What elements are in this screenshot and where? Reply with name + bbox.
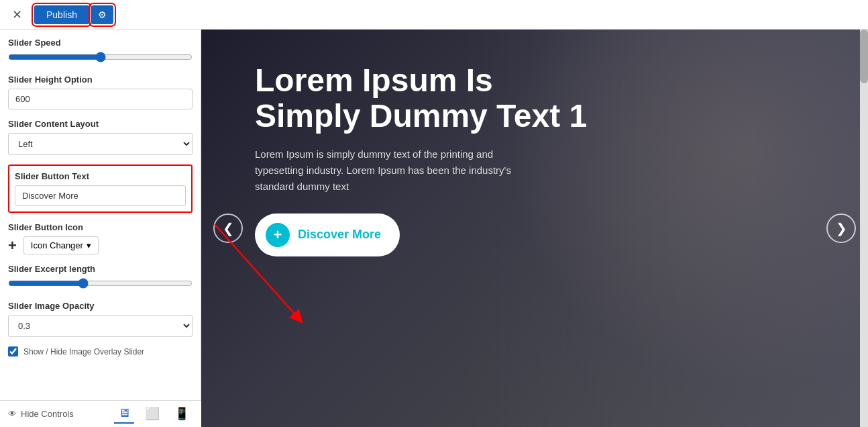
overlay-section: Show / Hide Image Overlay Slider xyxy=(8,346,193,357)
desktop-icon[interactable]: 🖥 xyxy=(114,404,134,424)
slider-excerpt-input[interactable] xyxy=(8,278,193,289)
slider-excerpt-label: Slider Excerpt length xyxy=(8,264,193,274)
slider-speed-section: Slider Speed xyxy=(8,38,193,65)
slider-image-opacity-select[interactable]: 0.1 0.2 0.3 0.4 0.5 xyxy=(8,315,193,337)
next-arrow-icon: ❯ xyxy=(836,220,847,236)
slider-button-text-label: Slider Button Text xyxy=(15,171,186,181)
slider-height-input[interactable] xyxy=(8,89,193,109)
slider-button-icon-section: Slider Button Icon + Icon Changer ▾ xyxy=(8,222,193,254)
overlay-label: Show / Hide Image Overlay Slider xyxy=(23,347,144,357)
icon-changer-button[interactable]: Icon Changer ▾ xyxy=(23,236,99,254)
slider-button-text-input[interactable] xyxy=(15,185,186,206)
preview-title: Lorem Ipsum Is Simply Dummy Text 1 xyxy=(255,63,604,134)
preview-scrollbar[interactable] xyxy=(860,30,868,427)
close-button[interactable]: ✕ xyxy=(7,5,28,25)
top-bar: ✕ Publish ⚙ xyxy=(0,0,868,30)
hide-controls-button[interactable]: 👁 Hide Controls xyxy=(8,409,74,419)
prev-arrow[interactable]: ❮ xyxy=(213,214,243,243)
overlay-checkbox[interactable] xyxy=(8,346,18,357)
slider-content-layout-label: Slider Content Layout xyxy=(8,119,193,129)
preview-description: Lorem Ipsum is simply dummy text of the … xyxy=(255,146,523,195)
device-icons: 🖥 ⬜ 📱 xyxy=(114,404,193,424)
slider-image-opacity-section: Slider Image Opacity 0.1 0.2 0.3 0.4 0.5 xyxy=(8,301,193,337)
slider-button-icon-label: Slider Button Icon xyxy=(8,222,193,232)
plus-icon: + xyxy=(8,237,17,254)
excerpt-slider-wrap xyxy=(8,278,193,291)
preview-content: Lorem Ipsum Is Simply Dummy Text 1 Lorem… xyxy=(255,63,604,256)
slider-button-text-section: Slider Button Text xyxy=(8,164,193,213)
preview-area: Lorem Ipsum Is Simply Dummy Text 1 Lorem… xyxy=(201,30,868,427)
preview-cta-button[interactable]: + Discover More xyxy=(255,214,400,256)
slider-height-section: Slider Height Option xyxy=(8,75,193,109)
slider-height-label: Slider Height Option xyxy=(8,75,193,85)
bottom-bar: 👁 Hide Controls 🖥 ⬜ 📱 xyxy=(0,400,201,427)
chevron-down-icon: ▾ xyxy=(87,240,91,250)
main-layout: Slider Speed Slider Height Option Slider… xyxy=(0,30,868,427)
tablet-icon[interactable]: ⬜ xyxy=(141,404,164,424)
publish-button[interactable]: Publish xyxy=(34,5,89,24)
eye-icon: 👁 xyxy=(8,409,17,419)
icon-changer-label: Icon Changer xyxy=(31,240,83,250)
icon-changer-row: + Icon Changer ▾ xyxy=(8,236,193,254)
slider-excerpt-section: Slider Excerpt length xyxy=(8,264,193,291)
left-panel: Slider Speed Slider Height Option Slider… xyxy=(0,30,201,400)
slider-image-opacity-label: Slider Image Opacity xyxy=(8,301,193,311)
slider-speed-input[interactable] xyxy=(8,52,193,62)
mobile-icon[interactable]: 📱 xyxy=(170,404,193,424)
slider-speed-label: Slider Speed xyxy=(8,38,193,48)
slider-content-layout-select[interactable]: Left Center Right xyxy=(8,133,193,155)
prev-arrow-icon: ❮ xyxy=(223,220,234,236)
preview-button-icon: + xyxy=(266,223,290,247)
hide-controls-label: Hide Controls xyxy=(21,409,74,419)
scrollbar-thumb[interactable] xyxy=(860,30,868,83)
preview-button-label: Discover More xyxy=(298,228,381,242)
left-panel-wrapper: Slider Speed Slider Height Option Slider… xyxy=(0,30,201,427)
overlay-row: Show / Hide Image Overlay Slider xyxy=(8,346,193,357)
slider-content-layout-section: Slider Content Layout Left Center Right xyxy=(8,119,193,155)
next-arrow[interactable]: ❯ xyxy=(826,214,856,243)
settings-button[interactable]: ⚙ xyxy=(91,5,113,24)
